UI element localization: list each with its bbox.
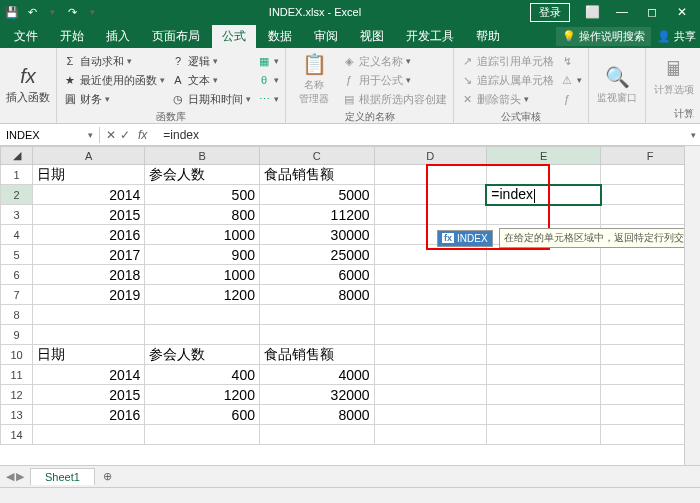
define-name-button[interactable]: ◈定义名称 ▾	[342, 52, 447, 70]
cell[interactable]	[259, 325, 374, 345]
cell[interactable]: 5000	[259, 185, 374, 205]
cell[interactable]	[33, 325, 145, 345]
fx-icon[interactable]: fx	[134, 128, 151, 142]
menu-data[interactable]: 数据	[258, 25, 302, 48]
row-header[interactable]: 12	[1, 385, 33, 405]
cell[interactable]: 2017	[33, 245, 145, 265]
cell[interactable]: 30000	[259, 225, 374, 245]
col-header-B[interactable]: B	[145, 147, 260, 165]
cell[interactable]	[486, 345, 601, 365]
row-header[interactable]: 7	[1, 285, 33, 305]
remove-arrows-button[interactable]: ✕删除箭头 ▾	[460, 90, 554, 108]
cell[interactable]: 4000	[259, 365, 374, 385]
minimize-button[interactable]: —	[608, 1, 636, 23]
undo-more-icon[interactable]: ▾	[44, 4, 60, 20]
cell[interactable]	[486, 385, 601, 405]
cell[interactable]	[374, 425, 486, 445]
menu-help[interactable]: 帮助	[466, 25, 510, 48]
ribbon-options-icon[interactable]: ⬜	[578, 1, 606, 23]
cell[interactable]	[374, 285, 486, 305]
create-selection-button[interactable]: ▤根据所选内容创建	[342, 90, 447, 108]
cell[interactable]: 参会人数	[145, 345, 260, 365]
cell[interactable]	[145, 325, 260, 345]
cell[interactable]: 2015	[33, 205, 145, 225]
trace-dependents-button[interactable]: ↘追踪从属单元格	[460, 71, 554, 89]
active-cell-E2[interactable]: =index	[486, 185, 601, 205]
name-manager-button[interactable]: 📋 名称 管理器	[292, 50, 336, 108]
cell[interactable]	[145, 305, 260, 325]
col-header-C[interactable]: C	[259, 147, 374, 165]
cell[interactable]	[145, 425, 260, 445]
row-header[interactable]: 1	[1, 165, 33, 185]
maximize-button[interactable]: ◻	[638, 1, 666, 23]
tab-prev-icon[interactable]: ◀	[6, 470, 14, 483]
cell[interactable]	[259, 425, 374, 445]
cell[interactable]	[259, 305, 374, 325]
cell[interactable]: 11200	[259, 205, 374, 225]
calc-options-button[interactable]: 🖩 计算选项	[652, 50, 696, 105]
cell[interactable]: 2016	[33, 225, 145, 245]
share-button[interactable]: 👤 共享	[657, 29, 696, 44]
cell[interactable]	[374, 405, 486, 425]
cell[interactable]	[486, 405, 601, 425]
row-header[interactable]: 11	[1, 365, 33, 385]
cell[interactable]	[374, 385, 486, 405]
row-header[interactable]: 14	[1, 425, 33, 445]
cell[interactable]: 2019	[33, 285, 145, 305]
tell-me-search[interactable]: 💡 操作说明搜索	[556, 27, 651, 46]
cell[interactable]: 32000	[259, 385, 374, 405]
sheet-tab[interactable]: Sheet1	[30, 468, 95, 485]
cell[interactable]: 食品销售额	[259, 345, 374, 365]
cell[interactable]	[374, 205, 486, 225]
menu-insert[interactable]: 插入	[96, 25, 140, 48]
cell[interactable]: 日期	[33, 165, 145, 185]
menu-file[interactable]: 文件	[4, 25, 48, 48]
row-header[interactable]: 5	[1, 245, 33, 265]
cell[interactable]	[374, 265, 486, 285]
cell[interactable]	[374, 305, 486, 325]
menu-dev[interactable]: 开发工具	[396, 25, 464, 48]
row-header[interactable]: 13	[1, 405, 33, 425]
row-header[interactable]: 4	[1, 225, 33, 245]
formula-bar[interactable]: =index	[157, 126, 687, 144]
redo-icon[interactable]: ↷	[64, 4, 80, 20]
row-header[interactable]: 6	[1, 265, 33, 285]
more-fn-3[interactable]: ⋯▾	[257, 90, 279, 108]
cell[interactable]: 1200	[145, 285, 260, 305]
select-all[interactable]: ◢	[1, 147, 33, 165]
cell[interactable]: 1000	[145, 225, 260, 245]
menu-review[interactable]: 审阅	[304, 25, 348, 48]
cell[interactable]	[486, 425, 601, 445]
name-box[interactable]: INDEX▾	[0, 127, 100, 143]
tab-next-icon[interactable]: ▶	[16, 470, 24, 483]
watch-window-button[interactable]: 🔍 监视窗口	[595, 50, 639, 119]
undo-icon[interactable]: ↶	[24, 4, 40, 20]
cell[interactable]: 日期	[33, 345, 145, 365]
expand-formula-icon[interactable]: ▾	[687, 130, 700, 140]
cell[interactable]: 600	[145, 405, 260, 425]
datetime-button[interactable]: ◷日期和时间 ▾	[171, 90, 251, 108]
cell[interactable]: 1000	[145, 265, 260, 285]
namebox-chevron-icon[interactable]: ▾	[88, 130, 93, 140]
cell[interactable]: 500	[145, 185, 260, 205]
cell[interactable]: 400	[145, 365, 260, 385]
col-header-A[interactable]: A	[33, 147, 145, 165]
cell[interactable]	[33, 425, 145, 445]
cell[interactable]: 2014	[33, 365, 145, 385]
cell[interactable]	[374, 325, 486, 345]
audit-opt-2[interactable]: ⚠▾	[560, 71, 582, 89]
cell[interactable]: 2015	[33, 385, 145, 405]
menu-view[interactable]: 视图	[350, 25, 394, 48]
cell[interactable]	[33, 305, 145, 325]
cell[interactable]: 25000	[259, 245, 374, 265]
col-header-E[interactable]: E	[486, 147, 601, 165]
cell[interactable]: 参会人数	[145, 165, 260, 185]
cell[interactable]: 8000	[259, 405, 374, 425]
cell[interactable]	[374, 185, 486, 205]
row-header[interactable]: 3	[1, 205, 33, 225]
close-button[interactable]: ✕	[668, 1, 696, 23]
text-button[interactable]: A文本 ▾	[171, 71, 251, 89]
cell[interactable]	[486, 365, 601, 385]
cell[interactable]	[486, 165, 601, 185]
cancel-formula-icon[interactable]: ✕	[106, 128, 116, 142]
